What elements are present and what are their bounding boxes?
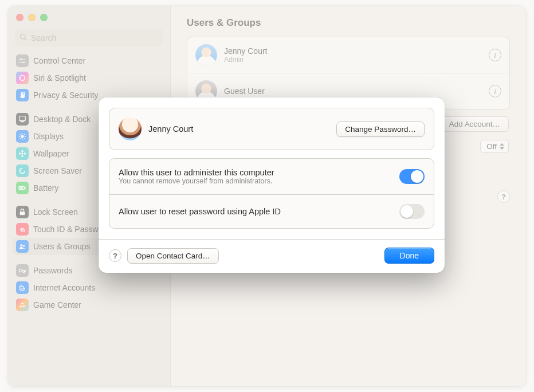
reset-toggle-label: Allow user to reset password using Apple…: [119, 207, 392, 216]
change-password-button[interactable]: Change Password…: [336, 121, 425, 137]
user-detail-sheet: Jenny Court Change Password… Allow this …: [99, 97, 445, 273]
admin-toggle-label: Allow this user to administer this compu…: [119, 168, 392, 177]
admin-toggle[interactable]: [399, 169, 425, 184]
sheet-user-name: Jenny Court: [148, 124, 329, 134]
avatar: [119, 117, 142, 140]
sheet-help-button[interactable]: ?: [109, 249, 121, 262]
reset-appleid-toggle[interactable]: [399, 204, 425, 219]
open-contact-card-button[interactable]: Open Contact Card…: [127, 248, 219, 264]
done-button[interactable]: Done: [384, 248, 434, 264]
admin-toggle-hint: You cannot remove yourself from administ…: [119, 177, 392, 185]
